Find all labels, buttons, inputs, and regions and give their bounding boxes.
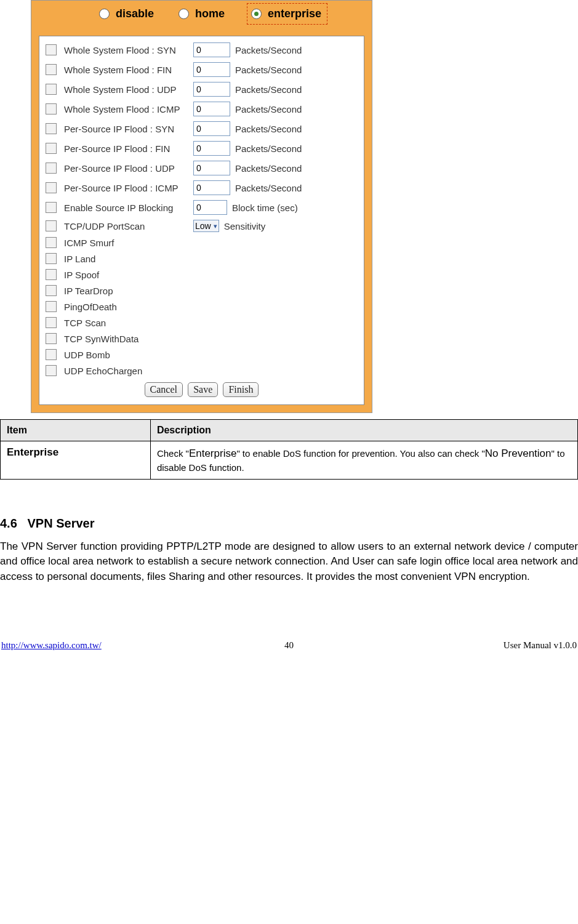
table-header-desc: Description	[150, 420, 577, 441]
value-input[interactable]	[193, 62, 230, 77]
desc-text: " to enable DoS function for prevention.…	[236, 448, 484, 459]
option-row: TCP Scan	[43, 315, 360, 331]
radio-disable[interactable]: disable	[99, 7, 154, 20]
section-title: VPN Server	[27, 516, 94, 530]
value-input[interactable]	[193, 42, 230, 57]
option-label: Enable Source IP Blocking	[64, 203, 193, 213]
option-row: Per-Source IP Flood : ICMPPackets/Second	[43, 178, 360, 198]
option-label: Per-Source IP Flood : ICMP	[64, 183, 193, 193]
option-row: ICMP Smurf	[43, 235, 360, 251]
checkbox[interactable]	[46, 365, 57, 376]
checkbox[interactable]	[46, 285, 57, 296]
cancel-button[interactable]: Cancel	[145, 382, 183, 397]
checkbox[interactable]	[46, 64, 57, 75]
checkbox[interactable]	[46, 202, 57, 213]
checkbox[interactable]	[46, 44, 57, 55]
unit-label: Packets/Second	[235, 124, 302, 134]
checkbox[interactable]	[46, 182, 57, 193]
option-row: Per-Source IP Flood : FINPackets/Second	[43, 139, 360, 158]
select-value: Low	[195, 221, 211, 231]
option-label: PingOfDeath	[64, 302, 193, 312]
section-heading: 4.6 VPN Server	[0, 516, 578, 531]
radio-home[interactable]: home	[179, 7, 225, 20]
checkbox[interactable]	[46, 123, 57, 134]
radio-selected-icon	[251, 9, 262, 19]
chevron-down-icon: ▾	[214, 222, 217, 230]
footer-page-number: 40	[0, 640, 578, 651]
option-row: Per-Source IP Flood : SYNPackets/Second	[43, 119, 360, 139]
option-row: IP Spoof	[43, 267, 360, 283]
sensitivity-select[interactable]: Low▾	[193, 220, 219, 232]
option-row: IP TearDrop	[43, 283, 360, 299]
checkbox[interactable]	[46, 103, 57, 114]
option-row: Whole System Flood : UDPPackets/Second	[43, 79, 360, 99]
value-input[interactable]	[193, 121, 230, 136]
option-row: PingOfDeath	[43, 299, 360, 315]
mode-radio-group: disable home enterprise	[31, 1, 372, 36]
option-label: Whole System Flood : SYN	[64, 45, 193, 55]
radio-enterprise[interactable]: enterprise	[249, 6, 325, 22]
unit-label: Packets/Second	[235, 183, 302, 193]
option-row: Whole System Flood : SYNPackets/Second	[43, 40, 360, 60]
option-label: TCP SynWithData	[64, 334, 193, 344]
unit-label: Packets/Second	[235, 163, 302, 174]
option-label: IP Land	[64, 254, 193, 264]
value-input[interactable]	[193, 200, 227, 215]
option-row: TCP SynWithData	[43, 331, 360, 347]
option-label: Per-Source IP Flood : SYN	[64, 124, 193, 134]
option-label: Per-Source IP Flood : UDP	[64, 163, 193, 174]
button-row: Cancel Save Finish	[43, 379, 360, 398]
table-header-item: Item	[1, 420, 151, 441]
option-row: Per-Source IP Flood : UDPPackets/Second	[43, 158, 360, 178]
option-row: Enable Source IP BlockingBlock time (sec…	[43, 198, 360, 217]
checkbox[interactable]	[46, 317, 57, 328]
option-label: IP TearDrop	[64, 286, 193, 296]
desc-keyword: Enterprise	[189, 448, 236, 459]
option-label: TCP/UDP PortScan	[64, 221, 193, 231]
option-row: IP Land	[43, 251, 360, 267]
table-item-cell: Enterprise	[1, 441, 151, 480]
option-label: Whole System Flood : FIN	[64, 65, 193, 75]
option-label: TCP Scan	[64, 318, 193, 328]
checkbox[interactable]	[46, 220, 57, 231]
option-row: Whole System Flood : FINPackets/Second	[43, 60, 360, 79]
option-label: Whole System Flood : UDP	[64, 84, 193, 95]
page-footer: http://www.sapido.com.tw/ 40 User Manual…	[0, 585, 578, 651]
option-row: UDP EchoChargen	[43, 363, 360, 379]
checkbox[interactable]	[46, 143, 57, 154]
desc-text: Check "	[157, 448, 189, 459]
value-input[interactable]	[193, 102, 230, 116]
checkbox[interactable]	[46, 84, 57, 95]
desc-keyword: No Prevention	[485, 448, 552, 459]
option-label: IP Spoof	[64, 270, 193, 280]
option-label: UDP EchoChargen	[64, 366, 193, 376]
unit-label: Sensitivity	[224, 221, 266, 231]
radio-label: home	[195, 7, 225, 20]
checkbox[interactable]	[46, 333, 57, 344]
checkbox[interactable]	[46, 237, 57, 248]
checkbox[interactable]	[46, 301, 57, 312]
unit-label: Packets/Second	[235, 104, 302, 114]
finish-button[interactable]: Finish	[223, 382, 259, 397]
section-number: 4.6	[0, 516, 17, 530]
value-input[interactable]	[193, 141, 230, 156]
table-desc-cell: Check "Enterprise" to enable DoS functio…	[150, 441, 577, 480]
radio-icon	[179, 9, 189, 19]
unit-label: Packets/Second	[235, 65, 302, 75]
radio-label: enterprise	[268, 7, 321, 20]
unit-label: Packets/Second	[235, 84, 302, 95]
option-label: Whole System Flood : ICMP	[64, 104, 193, 114]
save-button[interactable]: Save	[188, 382, 218, 397]
value-input[interactable]	[193, 82, 230, 97]
value-input[interactable]	[193, 180, 230, 195]
checkbox[interactable]	[46, 349, 57, 360]
checkbox[interactable]	[46, 269, 57, 280]
checkbox[interactable]	[46, 163, 57, 174]
options-panel: Whole System Flood : SYNPackets/SecondWh…	[39, 36, 364, 405]
dos-config-panel: disable home enterprise Whole System Flo…	[31, 0, 372, 413]
value-input[interactable]	[193, 161, 230, 175]
option-row: UDP Bomb	[43, 347, 360, 363]
checkbox[interactable]	[46, 253, 57, 264]
unit-label: Packets/Second	[235, 45, 302, 55]
option-label: UDP Bomb	[64, 350, 193, 360]
